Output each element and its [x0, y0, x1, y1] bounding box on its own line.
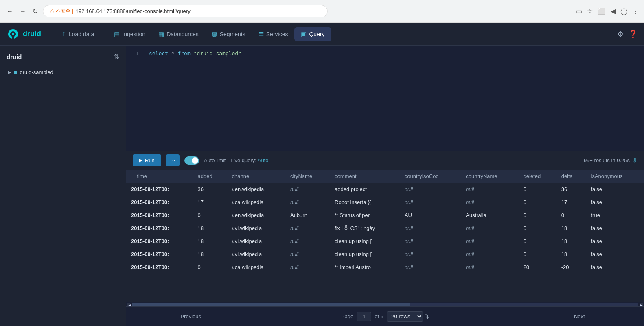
rows-arrows[interactable]: ⇅: [425, 313, 429, 319]
table-cell: false: [586, 196, 644, 209]
header-row: __time added channel cityName comment co…: [126, 170, 644, 183]
main-layout: druid ⇅ ▶ ■ druid-sampled 1 select * fro…: [0, 46, 644, 326]
table-cell: false: [586, 235, 644, 248]
table-row: 2015-09-12T00:18#vi.wikipedianullfix Lỗi…: [126, 222, 644, 235]
run-button[interactable]: ▶ Run: [133, 154, 161, 166]
scroll-left-arrow[interactable]: ◀: [127, 303, 130, 306]
profile-icon[interactable]: ◯: [620, 7, 628, 15]
back-button[interactable]: ←: [5, 6, 15, 17]
table-cell: null: [285, 183, 330, 196]
table-row: 2015-09-12T00:18#vi.wikipedianullclean u…: [126, 248, 644, 261]
col-delta: delta: [556, 170, 586, 183]
scroll-track[interactable]: [132, 303, 638, 306]
bookmark-icon[interactable]: ☆: [587, 7, 593, 15]
play-icon: ▶: [139, 158, 142, 163]
sidebar-item-druid-sampled[interactable]: ▶ ■ druid-sampled: [5, 66, 121, 78]
next-button[interactable]: Next: [515, 307, 644, 326]
sidebar-item-label: druid-sampled: [20, 69, 53, 75]
table-cell: 36: [556, 183, 586, 196]
col-channel: channel: [227, 170, 285, 183]
druid-logo: druid: [7, 28, 41, 41]
table-cell: 2015-09-12T00:: [126, 183, 193, 196]
table-cell: null: [400, 261, 461, 274]
table-cell: Auburn: [285, 209, 330, 222]
horizontal-scrollbar[interactable]: ◀ ▶: [126, 302, 644, 306]
live-query-label: Live query: Auto: [230, 157, 268, 163]
toggle-thumb: [192, 157, 198, 164]
table-cell: 0: [519, 222, 556, 235]
table-row: 2015-09-12T00:0#en.wikipediaAuburn/* Sta…: [126, 209, 644, 222]
table-cell: false: [586, 261, 644, 274]
query-toolbar: ▶ Run ⋯ Auto limit Live query: Auto 99+ …: [126, 151, 644, 170]
toggle-track[interactable]: [184, 156, 199, 165]
address-bar[interactable]: △ 不安全 | 192.168.64.173:8888/unified-cons…: [43, 5, 328, 17]
table-body: 2015-09-12T00:36#en.wikipedianulladded p…: [126, 183, 644, 274]
forward-button[interactable]: →: [18, 6, 28, 17]
table-cell: null: [461, 222, 518, 235]
page-input[interactable]: [357, 312, 371, 321]
sidebar-arrows[interactable]: ⇅: [114, 53, 119, 61]
table-cell: 0: [519, 183, 556, 196]
puzzle-icon[interactable]: ◀: [611, 7, 616, 15]
druid-logo-icon: [7, 28, 20, 41]
nav-load-data[interactable]: ⇧ Load data: [55, 27, 101, 41]
prev-button[interactable]: Previous: [126, 307, 256, 326]
extension-icon[interactable]: ⬜: [598, 7, 606, 15]
table-cell: null: [400, 235, 461, 248]
table-row: 2015-09-12T00:18#vi.wikipedianullclean u…: [126, 235, 644, 248]
table-cell: AU: [400, 209, 461, 222]
table-cell: false: [586, 248, 644, 261]
svg-point-0: [12, 33, 14, 35]
table-cell: null: [461, 183, 518, 196]
table-cell: #vi.wikipedia: [227, 222, 285, 235]
download-icon[interactable]: ⇩: [632, 156, 637, 164]
results-container[interactable]: __time added channel cityName comment co…: [126, 170, 644, 302]
table-cell: 20: [519, 261, 556, 274]
menu-icon[interactable]: ⋮: [633, 7, 639, 15]
screenshot-icon[interactable]: ▭: [576, 7, 582, 15]
table-row: 2015-09-12T00:36#en.wikipedianulladded p…: [126, 183, 644, 196]
nav-query[interactable]: ▣ Query: [294, 27, 331, 41]
nav-segments[interactable]: ▩ Segments: [205, 27, 252, 41]
auto-limit-toggle[interactable]: [184, 156, 199, 165]
nav-services[interactable]: ☰ Services: [252, 27, 295, 41]
table-cell: 2015-09-12T00:: [126, 196, 193, 209]
rows-selector: 20 rows 50 rows 100 rows ⇅: [387, 311, 429, 322]
help-icon[interactable]: ❓: [629, 30, 637, 39]
nav-ingestion[interactable]: ▤ Ingestion: [107, 27, 152, 41]
table-cell: /* Imperi Austro: [330, 261, 400, 274]
table-cell: null: [461, 248, 518, 261]
query-icon: ▣: [301, 30, 307, 38]
table-icon: ■: [14, 69, 17, 75]
live-query-value[interactable]: Auto: [258, 157, 269, 163]
scroll-right-arrow[interactable]: ▶: [640, 303, 643, 306]
table-cell: 18: [193, 248, 227, 261]
editor-container[interactable]: 1 select * from "druid-sampled": [126, 46, 644, 151]
table-cell: #ca.wikipedia: [227, 261, 285, 274]
sidebar: druid ⇅ ▶ ■ druid-sampled: [0, 46, 126, 326]
settings-icon[interactable]: ⚙: [617, 30, 624, 39]
segments-icon: ▩: [212, 30, 217, 38]
editor-content[interactable]: select * from "druid-sampled": [142, 46, 644, 151]
browser-chrome: ← → ↻ △ 不安全 | 192.168.64.173:8888/unifie…: [0, 0, 644, 23]
col-isanonymous: isAnonymous: [586, 170, 644, 183]
table-cell: 2015-09-12T00:: [126, 248, 193, 261]
scroll-thumb[interactable]: [132, 303, 410, 306]
reload-button[interactable]: ↻: [31, 6, 39, 17]
browser-actions: ▭ ☆ ⬜ ◀ ◯ ⋮: [576, 7, 639, 15]
table-cell: null: [461, 261, 518, 274]
table-cell: 18: [556, 235, 586, 248]
table-cell: #vi.wikipedia: [227, 235, 285, 248]
table-cell: fix Lỗi CS1: ngày: [330, 222, 400, 235]
table-cell: 18: [556, 222, 586, 235]
more-options-button[interactable]: ⋯: [166, 154, 180, 166]
table-cell: Robot inserta {{: [330, 196, 400, 209]
table-cell: null: [285, 196, 330, 209]
table-cell: 0: [556, 209, 586, 222]
rows-select[interactable]: 20 rows 50 rows 100 rows: [387, 311, 423, 322]
nav-datasources[interactable]: ▦ Datasources: [152, 27, 205, 41]
table-cell: 0: [519, 196, 556, 209]
load-data-icon: ⇧: [61, 30, 66, 38]
sidebar-header: druid ⇅: [5, 50, 121, 63]
datasources-icon: ▦: [158, 30, 164, 38]
